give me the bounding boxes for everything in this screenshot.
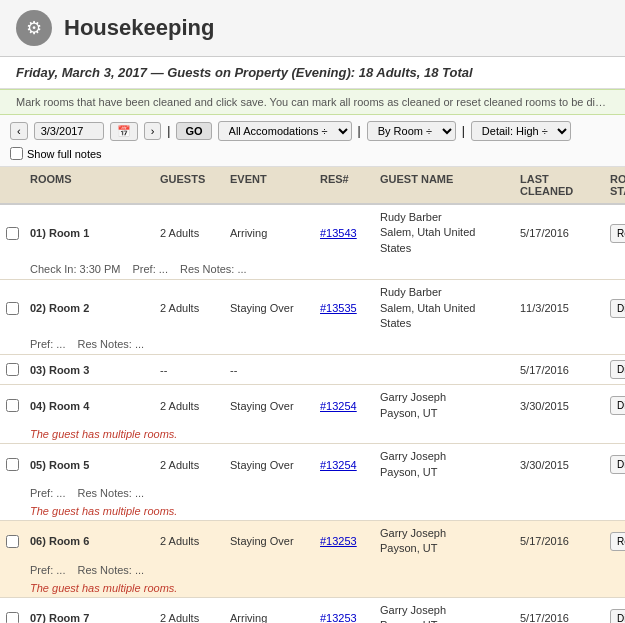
row-checkbox-col [0, 302, 24, 315]
room-res-notes: Res Notes: ... [77, 487, 144, 499]
room-group-2: 02) Room 22 AdultsStaying Over#13535Rudy… [0, 280, 625, 355]
room-res-notes: Res Notes: ... [180, 263, 247, 275]
go-button[interactable]: GO [176, 122, 211, 140]
room-status-col: DirtyReady (Clean)RefreshInspectedDo Not… [604, 224, 625, 243]
room-guest-name: Garry JosephPayson, UT [374, 449, 514, 480]
room-event: -- [224, 364, 314, 376]
table-row: 02) Room 22 AdultsStaying Over#13535Rudy… [0, 280, 625, 336]
date-bar: Friday, March 3, 2017 — Guests on Proper… [0, 57, 625, 89]
date-bar-text: Friday, March 3, 2017 — Guests on Proper… [16, 65, 473, 80]
room-checkbox[interactable] [6, 227, 19, 240]
calendar-icon-button[interactable]: 📅 [110, 122, 138, 141]
room-event: Arriving [224, 612, 314, 623]
room-checkbox[interactable] [6, 363, 19, 376]
room-sub-row: Pref: ...Res Notes: ... [0, 485, 625, 503]
room-guests: -- [154, 364, 224, 376]
table-row: 05) Room 52 AdultsStaying Over#13254Garr… [0, 444, 625, 485]
row-checkbox-col [0, 535, 24, 548]
row-checkbox-col [0, 399, 24, 412]
room-checkbox[interactable] [6, 535, 19, 548]
room-guests: 2 Adults [154, 535, 224, 547]
room-name: 02) Room 2 [24, 302, 154, 314]
room-res-link[interactable]: #13535 [314, 302, 374, 314]
room-name: 03) Room 3 [24, 364, 154, 376]
room-pref: Pref: ... [30, 487, 65, 499]
table-header: ROOMS GUESTS EVENT RES# GUEST NAME LAST … [0, 167, 625, 205]
app-logo: ⚙ [16, 10, 52, 46]
room-status-col: DirtyReady (Clean)RefreshInspectedDo Not… [604, 360, 625, 379]
room-res-link[interactable]: #13253 [314, 535, 374, 547]
room-last-cleaned: 5/17/2016 [514, 612, 604, 623]
show-notes-checkbox[interactable] [10, 147, 23, 160]
show-notes-text: Show full notes [27, 148, 102, 160]
controls-bar: ‹ 📅 › | GO All Accomodations ÷ | By Room… [0, 115, 625, 167]
room-checkbox[interactable] [6, 612, 19, 623]
room-res-link[interactable]: #13543 [314, 227, 374, 239]
room-sub-row: Check In: 3:30 PMPref: ...Res Notes: ... [0, 261, 625, 279]
col-guests: GUESTS [154, 173, 224, 197]
col-last-cleaned: LAST CLEANED [514, 173, 604, 197]
row-checkbox-col [0, 227, 24, 240]
room-event: Staying Over [224, 400, 314, 412]
room-name: 01) Room 1 [24, 227, 154, 239]
room-res-notes: Res Notes: ... [77, 338, 144, 350]
room-event: Staying Over [224, 459, 314, 471]
room-guests: 2 Adults [154, 459, 224, 471]
room-res-link[interactable]: #13254 [314, 400, 374, 412]
room-status-select[interactable]: DirtyReady (Clean)RefreshInspectedDo Not… [610, 455, 625, 474]
accommodation-select[interactable]: All Accomodations ÷ [218, 121, 352, 141]
room-status-col: DirtyReady (Clean)RefreshInspectedDo Not… [604, 455, 625, 474]
room-last-cleaned: 5/17/2016 [514, 364, 604, 376]
room-status-select[interactable]: DirtyReady (Clean)RefreshInspectedDo Not… [610, 224, 625, 243]
room-pref: Pref: ... [133, 263, 168, 275]
row-checkbox-col [0, 363, 24, 376]
room-last-cleaned: 11/3/2015 [514, 302, 604, 314]
table-row: 07) Room 72 AdultsArriving#13253Garry Jo… [0, 598, 625, 623]
room-checkin-time: Check In: 3:30 PM [30, 263, 121, 275]
next-date-button[interactable]: › [144, 122, 162, 140]
room-status-select[interactable]: DirtyReady (Clean)RefreshInspectedDo Not… [610, 299, 625, 318]
room-status-col: DirtyReady (Clean)RefreshInspectedDo Not… [604, 396, 625, 415]
app-header: ⚙ Housekeeping [0, 0, 625, 57]
row-checkbox-col [0, 458, 24, 471]
room-status-col: DirtyReady (Clean)RefreshInspectedDo Not… [604, 532, 625, 551]
col-rooms: ROOMS [24, 173, 154, 197]
room-group-5: 05) Room 52 AdultsStaying Over#13254Garr… [0, 444, 625, 521]
room-pref: Pref: ... [30, 338, 65, 350]
table-row: 03) Room 3----5/17/2016DirtyReady (Clean… [0, 355, 625, 384]
gear-icon: ⚙ [26, 17, 42, 39]
room-status-select[interactable]: DirtyReady (Clean)RefreshInspectedDo Not… [610, 532, 625, 551]
room-status-col: DirtyReady (Clean)RefreshInspectedDo Not… [604, 609, 625, 623]
detail-select[interactable]: Detail: High ÷ [471, 121, 571, 141]
date-input[interactable] [34, 122, 104, 140]
room-guest-name: Rudy BarberSalem, Utah United States [374, 210, 514, 256]
room-status-select[interactable]: DirtyReady (Clean)RefreshInspectedDo Not… [610, 609, 625, 623]
prev-date-button[interactable]: ‹ [10, 122, 28, 140]
room-name: 07) Room 7 [24, 612, 154, 623]
room-status-select[interactable]: DirtyReady (Clean)RefreshInspectedDo Not… [610, 360, 625, 379]
room-last-cleaned: 3/30/2015 [514, 400, 604, 412]
room-group-6: 06) Room 62 AdultsStaying Over#13253Garr… [0, 521, 625, 598]
info-banner: Mark rooms that have been cleaned and cl… [0, 89, 625, 115]
room-guest-name: Garry JosephPayson, UT [374, 603, 514, 623]
table-row: 04) Room 42 AdultsStaying Over#13254Garr… [0, 385, 625, 426]
room-status-select[interactable]: DirtyReady (Clean)RefreshInspectedDo Not… [610, 396, 625, 415]
room-res-link[interactable]: #13253 [314, 612, 374, 623]
col-event: EVENT [224, 173, 314, 197]
separator: | [167, 124, 170, 138]
room-guest-name: Garry JosephPayson, UT [374, 526, 514, 557]
room-guests: 2 Adults [154, 227, 224, 239]
room-checkbox[interactable] [6, 399, 19, 412]
room-group-4: 04) Room 42 AdultsStaying Over#13254Garr… [0, 385, 625, 444]
separator3: | [462, 124, 465, 138]
room-last-cleaned: 5/17/2016 [514, 227, 604, 239]
room-event: Arriving [224, 227, 314, 239]
room-checkbox[interactable] [6, 458, 19, 471]
room-checkbox[interactable] [6, 302, 19, 315]
info-banner-text: Mark rooms that have been cleaned and cl… [16, 96, 625, 108]
by-room-select[interactable]: By Room ÷ [367, 121, 456, 141]
show-notes-label[interactable]: Show full notes [10, 147, 102, 160]
room-res-link[interactable]: #13254 [314, 459, 374, 471]
col-room-status: ROOM STATUS [604, 173, 625, 197]
room-guest-name: Rudy BarberSalem, Utah United States [374, 285, 514, 331]
